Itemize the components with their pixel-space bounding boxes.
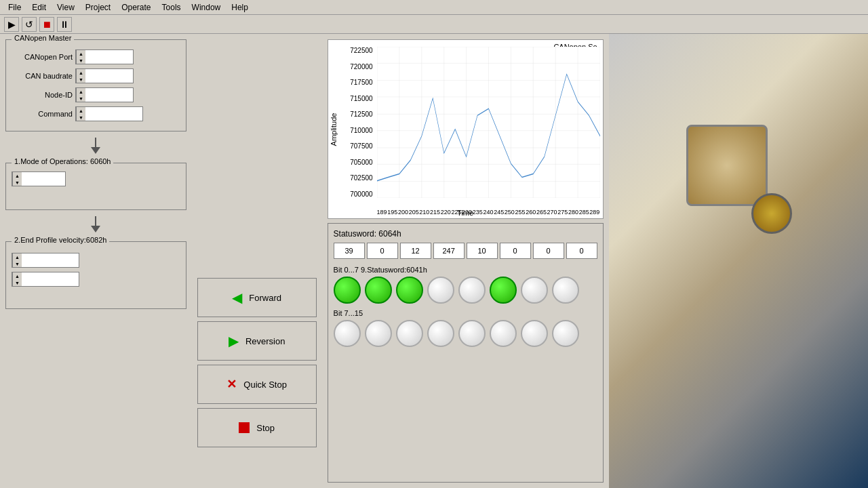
end-v1-spin-down[interactable]: ▼: [13, 260, 22, 267]
chart-svg: [377, 47, 600, 198]
bit-13: [490, 320, 517, 347]
svg-marker-3: [91, 226, 100, 232]
command-row: Command ▲ ▼ start remote: [12, 106, 180, 121]
end-v2-spin-btns: ▲ ▼: [12, 272, 22, 286]
nodeid-spin-btns: ▲ ▼: [76, 88, 85, 102]
port-input[interactable]: COM3: [85, 50, 133, 64]
left-panel: CANopen Master CANopen Port ▲ ▼ COM3 CAN…: [0, 34, 192, 488]
bits-0-7-row: [334, 277, 597, 304]
end-v2-spin-down[interactable]: ▼: [13, 279, 22, 286]
mode-spin-down[interactable]: ▼: [13, 179, 22, 186]
menu-edit[interactable]: Edit: [26, 3, 52, 12]
baudrate-spin-btns: ▲ ▼: [76, 69, 85, 83]
photo-panel: [609, 34, 868, 488]
refresh-button[interactable]: ↺: [22, 17, 37, 32]
bits-7-15-row: [334, 320, 597, 347]
status-panel: Statusword: 6064h 39 0 12 247 10 0 0 0 B…: [328, 223, 604, 483]
mode-input-row: ▲ ▼ -1: [12, 171, 180, 186]
baudrate-input-wrap: ▲ ▼ 1 Mbit/s: [75, 68, 134, 83]
bit-8: [334, 320, 361, 347]
nodeid-spin-down[interactable]: ▼: [77, 95, 85, 102]
pause-button[interactable]: ⏸: [57, 17, 72, 32]
nodeid-input-wrap: ▲ ▼ 1: [75, 87, 134, 102]
end-profile-group: 2.End Profile velocity:6082h ▲ ▼ E8 ▲ ▼ …: [5, 241, 186, 309]
baudrate-row: CAN baudrate ▲ ▼ 1 Mbit/s: [12, 68, 180, 83]
menu-help[interactable]: Help: [226, 3, 254, 12]
bits-0-7-label: Bit 0...7 9.Statusword:6041h: [334, 266, 597, 274]
menu-view[interactable]: View: [52, 3, 80, 12]
statusword-values: 39 0 12 247 10 0 0 0: [334, 243, 597, 259]
sw-val-5: 0: [500, 243, 531, 259]
menu-project[interactable]: Project: [80, 3, 116, 12]
forward-label: Forward: [249, 293, 281, 303]
run-button[interactable]: ▶: [4, 17, 19, 32]
reversion-icon: ▶: [229, 333, 239, 349]
end-value2-wrap: ▲ ▼ F: [12, 272, 79, 287]
mode-operations-group: 1.Mode of Operations: 6060h ▲ ▼ -1: [5, 163, 186, 210]
stop-button[interactable]: Stop: [197, 408, 317, 447]
toolbar: ▶ ↺ ⏹ ⏸: [0, 15, 868, 34]
forward-icon: ◀: [232, 289, 242, 306]
bits-0-7-section: Bit 0...7 9.Statusword:6041h: [334, 266, 597, 304]
menu-tools[interactable]: Tools: [157, 3, 186, 12]
stop-toolbar-button[interactable]: ⏹: [39, 17, 54, 32]
nodeid-spin-up[interactable]: ▲: [77, 88, 85, 95]
bit-10: [396, 320, 423, 347]
command-input[interactable]: start remote: [85, 107, 140, 121]
connector-arrow-2: [5, 216, 186, 236]
statusword-title: Statusword: 6064h: [334, 229, 597, 239]
forward-button[interactable]: ◀ Forward: [197, 278, 317, 317]
sw-val-3: 247: [433, 243, 465, 259]
bits-7-15-label: Bit 7...15: [334, 309, 597, 317]
nodeid-label: Node-ID: [12, 91, 73, 99]
baudrate-spin-up[interactable]: ▲: [77, 69, 85, 76]
sw-val-0: 39: [334, 243, 365, 259]
down-arrow-1: [85, 138, 106, 157]
motor-shaft: [751, 193, 792, 234]
canopen-master-group: CANopen Master CANopen Port ▲ ▼ COM3 CAN…: [5, 39, 186, 131]
end-v2-spin-up[interactable]: ▲: [13, 272, 22, 279]
bit-2: [396, 277, 423, 304]
bit-15: [552, 320, 579, 347]
bit-6: [521, 277, 548, 304]
stop-label: Stop: [256, 423, 275, 433]
port-spin-up[interactable]: ▲: [77, 50, 85, 57]
command-spin-up[interactable]: ▲: [77, 107, 85, 114]
port-label: CANopen Port: [12, 53, 73, 61]
end-v1-spin-up[interactable]: ▲: [13, 253, 22, 260]
sw-val-7: 0: [566, 243, 597, 259]
nodeid-input[interactable]: 1: [85, 88, 133, 102]
stop-icon: [239, 422, 250, 433]
statusword-box: Statusword: 6064h 39 0 12 247 10 0 0 0 B…: [328, 223, 604, 483]
mode-spin-up[interactable]: ▲: [13, 172, 22, 179]
bit-5: [490, 277, 517, 304]
baudrate-spin-down[interactable]: ▼: [77, 76, 85, 83]
quickstop-button[interactable]: ✕ Quick Stop: [197, 365, 317, 404]
bit-9: [365, 320, 392, 347]
mode-input[interactable]: -1: [22, 172, 59, 186]
sw-val-1: 0: [367, 243, 398, 259]
menu-operate[interactable]: Operate: [116, 3, 156, 12]
baudrate-input[interactable]: 1 Mbit/s: [85, 69, 133, 83]
mode-spin-btns: ▲ ▼: [12, 172, 22, 186]
sw-val-6: 0: [533, 243, 564, 259]
menu-file[interactable]: File: [3, 3, 26, 12]
reversion-button[interactable]: ▶ Reversion: [197, 321, 317, 361]
mode-input-wrap: ▲ ▼ -1: [12, 171, 66, 186]
bit-7: [552, 277, 579, 304]
end-value1-input[interactable]: E8: [22, 253, 73, 267]
end-value2-input[interactable]: F: [22, 272, 73, 286]
motor-image: [609, 34, 868, 488]
nodeid-row: Node-ID ▲ ▼ 1: [12, 87, 180, 102]
chart-area: CANopen So 722500 720000 717500 715000 7…: [328, 39, 604, 219]
command-spin-down[interactable]: ▼: [77, 114, 85, 121]
bit-14: [521, 320, 548, 347]
end-value1-wrap: ▲ ▼ E8: [12, 253, 79, 268]
menu-window[interactable]: Window: [186, 3, 226, 12]
port-spin-down[interactable]: ▼: [77, 57, 85, 64]
mode-operations-title: 1.Mode of Operations: 6060h: [12, 157, 113, 165]
quickstop-label: Quick Stop: [243, 380, 287, 390]
canopen-master-title: CANopen Master: [12, 34, 74, 42]
bit-0: [334, 277, 361, 304]
svg-marker-1: [91, 147, 100, 154]
